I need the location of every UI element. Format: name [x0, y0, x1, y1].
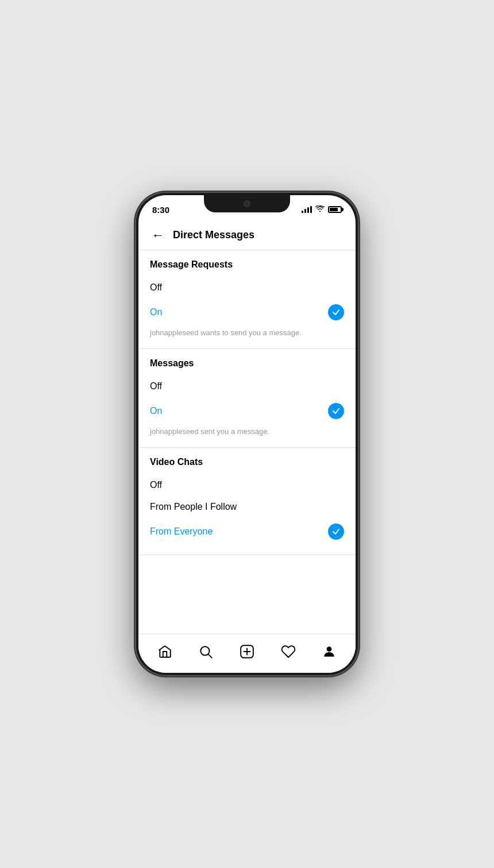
bottom-nav	[138, 634, 356, 673]
signal-bars-icon	[302, 206, 312, 213]
video-chats-off-label: Off	[150, 480, 162, 490]
battery-icon	[328, 206, 342, 213]
messages-preview: johnappleseed sent you a message.	[150, 427, 344, 438]
home-icon	[157, 644, 172, 659]
message-requests-section: Message Requests Off On johnappleseed wa…	[138, 250, 356, 349]
messages-section: Messages Off On johnappleseed sent you a…	[138, 349, 356, 448]
nav-activity[interactable]	[275, 638, 302, 665]
back-arrow-icon: ←	[152, 228, 164, 243]
message-requests-on-check	[328, 304, 344, 320]
back-button[interactable]: ←	[148, 225, 168, 246]
notch-camera	[244, 200, 250, 207]
nav-search[interactable]	[192, 638, 219, 665]
search-icon	[198, 644, 213, 659]
notch	[204, 195, 290, 212]
message-requests-title: Message Requests	[150, 259, 344, 270]
page-title: Direct Messages	[173, 229, 254, 241]
nav-profile[interactable]	[315, 638, 343, 665]
video-chats-everyone-label: From Everyone	[150, 526, 213, 537]
nav-home[interactable]	[151, 638, 179, 665]
messages-on-check	[328, 403, 344, 419]
message-requests-preview: johnappleseed wants to send you a messag…	[150, 328, 344, 339]
video-chats-section: Video Chats Off From People I Follow Fro…	[138, 448, 356, 555]
message-requests-on-row[interactable]: On	[150, 299, 344, 326]
messages-on-label: On	[150, 406, 162, 416]
nav-add[interactable]	[233, 638, 261, 665]
header: ← Direct Messages	[138, 220, 356, 250]
messages-off-row[interactable]: Off	[150, 375, 344, 397]
video-chats-everyone-row[interactable]: From Everyone	[150, 518, 344, 545]
video-chats-everyone-check	[328, 524, 344, 540]
video-chats-follow-row[interactable]: From People I Follow	[150, 496, 344, 518]
phone-screen: 8:30	[138, 195, 356, 673]
heart-icon	[281, 644, 296, 659]
message-requests-off-label: Off	[150, 282, 162, 293]
svg-point-5	[327, 646, 332, 652]
messages-title: Messages	[150, 358, 344, 369]
message-requests-off-row[interactable]: Off	[150, 277, 344, 299]
phone-body: 8:30	[135, 192, 359, 676]
message-requests-on-label: On	[150, 307, 162, 317]
status-icons	[302, 206, 342, 214]
content-area: Message Requests Off On johnappleseed wa…	[138, 250, 356, 634]
status-time: 8:30	[152, 205, 169, 215]
video-chats-off-row[interactable]: Off	[150, 474, 344, 496]
video-chats-follow-label: From People I Follow	[150, 502, 237, 512]
phone-wrapper: 8:30	[124, 187, 370, 681]
video-chats-title: Video Chats	[150, 457, 344, 467]
profile-icon	[322, 644, 337, 659]
svg-line-1	[209, 654, 212, 657]
messages-on-row[interactable]: On	[150, 397, 344, 425]
wifi-icon	[315, 206, 325, 214]
add-icon	[240, 644, 254, 659]
messages-off-label: Off	[150, 381, 162, 392]
